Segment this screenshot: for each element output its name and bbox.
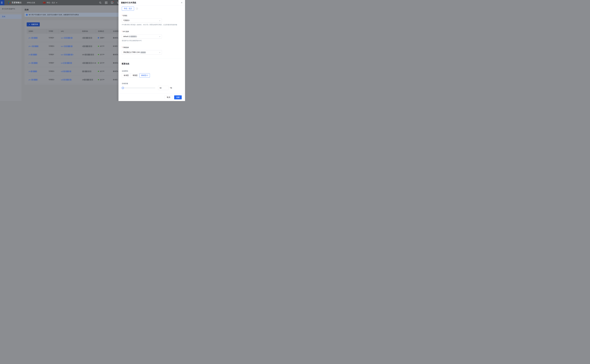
- messages-icon[interactable]: [111, 1, 113, 4]
- cell-instance-id: pfs-: [27, 59, 47, 67]
- cell-vpc: vp): [59, 76, 80, 84]
- instance-type-option-0[interactable]: 标准型: [122, 73, 131, 78]
- vpc-link-suffix: ): [71, 79, 72, 81]
- redacted-text: [93, 54, 94, 55]
- status-dot-running: [98, 46, 99, 47]
- instance-id-link[interactable]: pfs: [28, 71, 31, 72]
- redacted-text: [67, 54, 70, 55]
- redacted-text: [67, 62, 70, 64]
- required-asterisk: *: [122, 31, 122, 32]
- instance-type-option-1[interactable]: 增强型: [131, 73, 140, 78]
- info-icon: i: [26, 14, 28, 16]
- cell-status: 运行中: [96, 59, 111, 67]
- cell-connect-address: 1: [80, 42, 96, 50]
- status-label: 运行中: [100, 70, 104, 72]
- cell-status: 运行中: [96, 67, 111, 75]
- hamburger-menu-icon[interactable]: [0, 0, 4, 5]
- redacted-text: [66, 71, 69, 72]
- vpc-link[interactable]: vpc-: [61, 46, 64, 47]
- redacted-text: [63, 71, 64, 72]
- redacted-text: [31, 62, 33, 64]
- redacted-text: [89, 37, 90, 39]
- instance-id-link[interactable]: pfs-2: [28, 46, 32, 47]
- redacted-text: [82, 71, 84, 72]
- brand-logo[interactable]: 百度智能云: [8, 1, 22, 4]
- redacted-text: [141, 52, 146, 53]
- create-instance-button[interactable]: ＋ 创建实例: [27, 22, 40, 26]
- table-header-2: VPC: [59, 29, 80, 34]
- cell-vpc: vpc-0: [59, 51, 80, 59]
- redacted-text: [64, 46, 65, 47]
- status-label: 运行中: [100, 53, 104, 56]
- capacity-slider[interactable]: [122, 86, 155, 90]
- region-button[interactable]: 华北 - 北京: [122, 6, 134, 11]
- redacted-text: [63, 62, 64, 64]
- vpc-link[interactable]: vpc-: [61, 37, 64, 39]
- redacted-text: [85, 46, 88, 47]
- status-label: 运行中: [100, 45, 104, 47]
- help-icon[interactable]: ?: [136, 8, 138, 10]
- redacted-text: [34, 46, 38, 47]
- search-icon[interactable]: [99, 1, 101, 4]
- redacted-text: [85, 71, 88, 72]
- vpc-select-value-suffix: ): [136, 35, 137, 37]
- cell-instance-id: pfs: [27, 51, 47, 59]
- cell-zone: 可用区F: [47, 34, 59, 42]
- drawer-header: 新建并行文件系统 ×: [119, 0, 185, 6]
- capacity-input[interactable]: [158, 86, 168, 90]
- redacted-text: [85, 62, 88, 64]
- cell-connect-address: 120.38: [80, 59, 96, 67]
- notification-badge: [113, 1, 114, 2]
- instance-type-label: 实例类型:: [122, 70, 182, 72]
- sidebar-item-instances[interactable]: 实例: [0, 14, 22, 19]
- redacted-text: [84, 79, 86, 80]
- cell-vpc: vp: [59, 67, 80, 75]
- cell-connect-address: [80, 67, 96, 75]
- redacted-text: [71, 46, 73, 47]
- vpc-link[interactable]: vp: [61, 79, 62, 81]
- cell-zone: 可用区F: [47, 59, 59, 67]
- redacted-text: [89, 62, 90, 64]
- vpc-label: *VPC选择:: [122, 31, 182, 33]
- redacted-text: [69, 71, 71, 72]
- redacted-text: [70, 62, 72, 64]
- vpc-link[interactable]: vpc-: [61, 54, 64, 56]
- redacted-text: [89, 46, 90, 47]
- slider-track[interactable]: [123, 88, 155, 88]
- address-prefix: 19: [82, 79, 84, 81]
- region-selector[interactable]: 华北 – 北京: [43, 2, 57, 4]
- redacted-text: [90, 71, 91, 72]
- cell-zone: 可用区D: [47, 67, 59, 75]
- redacted-text: [34, 37, 38, 39]
- slider-handle[interactable]: [122, 87, 124, 89]
- vpc-helper-text: 请选择与计算实例相同的VPC: [122, 40, 182, 42]
- status-dot-running: [98, 71, 99, 72]
- instance-id-link[interactable]: pfs-: [28, 37, 31, 39]
- instance-id-link[interactable]: pfs-: [28, 62, 31, 64]
- create-button[interactable]: 创建: [174, 95, 182, 99]
- redacted-text: [83, 37, 85, 39]
- status-dot-running: [98, 79, 99, 80]
- vpc-select[interactable]: default (1 ): [122, 34, 162, 39]
- redacted-text: [85, 37, 88, 39]
- redacted-text: [71, 37, 73, 39]
- cell-status: 运行中: [96, 76, 111, 84]
- instance-id-link[interactable]: pfs-: [28, 79, 31, 81]
- zone-select[interactable]: 可用区D: [122, 18, 162, 23]
- sidebar-divider: [0, 13, 22, 13]
- table-header-1: 可用区: [47, 29, 59, 34]
- subnet-select[interactable]: 系统预定义子网D (192.: [122, 50, 162, 54]
- instance-type-option-2[interactable]: 极速型L2: [140, 73, 150, 78]
- vpc-link[interactable]: vp: [61, 71, 62, 72]
- close-icon[interactable]: ×: [181, 1, 182, 4]
- chevron-down-icon: [159, 52, 160, 53]
- redacted-text: [65, 37, 67, 39]
- sidebar: 并行文件存储PFS 实例: [0, 5, 22, 101]
- address-suffix: 20.38: [92, 62, 96, 64]
- vpc-link[interactable]: vpc: [61, 62, 63, 64]
- console-overview-link[interactable]: 控制台总览: [27, 2, 35, 4]
- apps-grid-icon[interactable]: [105, 1, 107, 4]
- cancel-button[interactable]: 取消: [165, 95, 172, 99]
- instance-id-link[interactable]: pfs: [28, 54, 31, 56]
- cell-connect-address: 192: [80, 51, 96, 59]
